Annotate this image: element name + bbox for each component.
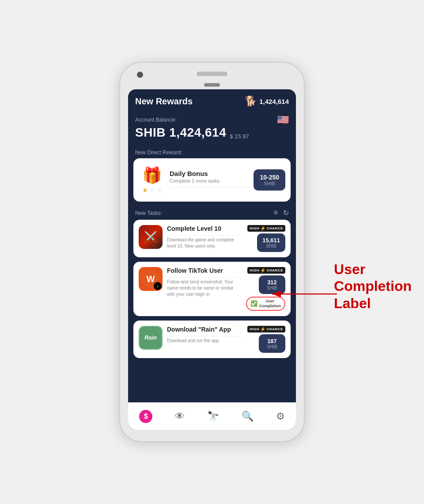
tasks-header-icons: ≡ ↻ (274, 209, 289, 217)
task-2-right: HIGH ⚡ CHANCE 312 SHIB ✅ User (246, 267, 286, 311)
task-card-2[interactable]: W ♪ Follow TikTok User Follow and send s… (133, 262, 291, 316)
task-3-reward-badge: 187 SHIB (259, 334, 285, 353)
settings-icon: ⚙ (276, 411, 285, 422)
search-icon: 🔍 (242, 411, 254, 422)
task-1-reward-unit: SHIB (266, 244, 276, 248)
phone-top-bar (125, 70, 299, 80)
daily-bonus-subtitle: Complete 2 more tasks (170, 178, 249, 183)
star-3: ☆ (156, 187, 162, 194)
task-3-app-icon: Rain (139, 326, 163, 350)
task-1-info: Complete Level 10 Download the game and … (167, 225, 243, 249)
tasks-section-label: New Tasks: (135, 210, 162, 216)
completion-line2: Completion (259, 304, 281, 308)
task-3-badge: HIGH ⚡ CHANCE (247, 326, 285, 332)
task-1-right: HIGH ⚡ CHANCE 15,611 SHIB (247, 225, 285, 252)
eye-icon: 👁 (175, 411, 185, 422)
app-title: New Rewards (135, 96, 193, 107)
dollar-icon: $ (139, 410, 152, 423)
star-2: ☆ (149, 187, 155, 194)
account-balance-section: Account Balance: 🇺🇸 SHIB 1,424,614 $ 15.… (128, 111, 296, 146)
tasks-header: New Tasks: ≡ ↻ (128, 206, 296, 220)
nav-earn[interactable]: $ (139, 410, 152, 423)
task-3-info: Download "Rain" App Download and run the… (167, 326, 243, 344)
account-balance-label: Account Balance: (135, 117, 176, 123)
task-2-reward-badge: 312 SHIB (259, 275, 285, 294)
task-3-description: Download and run the app (167, 338, 243, 344)
reward-badge-unit: SHIB (264, 181, 275, 186)
shiba-icon: 🐕 (245, 95, 257, 107)
task-3-divider (167, 336, 243, 336)
bottom-nav: $ 👁 🔭 🔍 ⚙ (128, 402, 296, 430)
balance-main-row: SHIB 1,424,614 $ 15.97 (135, 126, 249, 140)
task-card-3[interactable]: Rain Download "Rain" App Download and ru… (133, 321, 291, 358)
task-2-description: Follow and send screenshot. Your name ne… (167, 279, 242, 298)
task-3-badge-text: HIGH (250, 327, 259, 331)
task-3-reward-amount: 187 (267, 338, 277, 344)
annotation-line3: Label (334, 295, 371, 311)
task-1-divider (167, 235, 243, 236)
phone-camera (137, 72, 143, 78)
star-1: ★ (142, 187, 148, 194)
task-1-badge-text: HIGH (250, 226, 259, 230)
gift-icon-area: 🎁 ★ ☆ ☆ (139, 164, 165, 195)
daily-bonus-reward-badge: 10-250 SHIB (254, 169, 285, 191)
account-balance-row: Account Balance: 🇺🇸 (135, 114, 289, 126)
page-wrapper: New Rewards 🐕 1,424,614 Account Balance:… (0, 0, 424, 504)
stars-row: ★ ☆ ☆ (142, 187, 162, 194)
annotation-label: User Completion Label (334, 261, 412, 312)
nav-settings[interactable]: ⚙ (276, 411, 285, 422)
task-1-badge: HIGH ⚡ CHANCE (247, 225, 285, 232)
phone-speaker (197, 72, 227, 76)
task-1-reward-amount: 15,611 (262, 237, 280, 244)
divider (170, 187, 249, 187)
task-3-badge-chance: CHANCE (267, 327, 283, 331)
daily-bonus-section-label: New Direct Reward: (128, 146, 296, 158)
task-1-reward-badge: 15,611 SHIB (257, 233, 285, 252)
nav-watch[interactable]: 👁 (175, 411, 185, 422)
completion-label: User Completion (259, 299, 281, 309)
task-1-app-icon: ⚔️ (139, 225, 163, 249)
flag-icon: 🇺🇸 (277, 114, 289, 126)
task-2-reward-unit: SHIB (267, 286, 277, 290)
nav-discover[interactable]: 🔭 (207, 411, 219, 422)
lightning-icon-1: ⚡ (260, 226, 266, 231)
task-2-app-icon: W ♪ (139, 267, 163, 291)
task-3-reward-unit: SHIB (267, 344, 277, 349)
refresh-icon[interactable]: ↻ (283, 209, 289, 217)
annotation-line2: Completion (334, 278, 412, 294)
task-1-description: Download the game and complete level 10.… (167, 237, 243, 249)
filter-icon[interactable]: ≡ (274, 209, 278, 217)
task-1-title: Complete Level 10 (167, 225, 243, 232)
daily-bonus-info: Daily Bonus Complete 2 more tasks (170, 170, 249, 190)
task-2-info: Follow TikTok User Follow and send scree… (167, 267, 242, 298)
account-balance-usd: $ 15.97 (230, 133, 249, 140)
nav-search[interactable]: 🔍 (242, 411, 254, 422)
task-2-reward-amount: 312 (267, 279, 277, 286)
task-2-badge-chance: CHANCE (267, 268, 283, 272)
completion-line1: User (265, 299, 274, 303)
header-balance-text: 1,424,614 (259, 98, 289, 105)
lightning-icon-3: ⚡ (260, 327, 266, 332)
task-2-title: Follow TikTok User (167, 267, 242, 274)
account-balance-amount: SHIB 1,424,614 (135, 126, 226, 140)
lightning-icon-2: ⚡ (260, 268, 266, 273)
phone-front-button (204, 83, 220, 87)
tiktok-badge: ♪ (154, 282, 162, 290)
daily-bonus-card[interactable]: 🎁 ★ ☆ ☆ Daily Bonus Complete 2 more task… (133, 158, 291, 202)
screen-scroll: New Direct Reward: 🎁 ★ ☆ ☆ Daily Bonus C… (128, 146, 296, 402)
app-header: New Rewards 🐕 1,424,614 (128, 89, 296, 111)
annotation-area: User Completion Label (334, 261, 412, 312)
completion-check-icon: ✅ (250, 300, 257, 307)
task-card-1[interactable]: ⚔️ Complete Level 10 Download the game a… (133, 220, 291, 257)
task-3-right: HIGH ⚡ CHANCE 187 SHIB (247, 326, 285, 353)
task-1-badge-chance: CHANCE (267, 226, 283, 230)
task-3-title: Download "Rain" App (167, 326, 243, 333)
gift-emoji: 🎁 (142, 166, 162, 185)
header-balance-area: 🐕 1,424,614 (245, 95, 289, 107)
task-2-divider (167, 277, 242, 278)
user-completion-badge: ✅ User Completion (246, 297, 286, 311)
reward-badge-amount: 10-250 (260, 174, 279, 181)
task-2-badge-text: HIGH (250, 268, 259, 272)
binoculars-icon: 🔭 (207, 411, 219, 422)
task-2-badge: HIGH ⚡ CHANCE (247, 267, 285, 274)
